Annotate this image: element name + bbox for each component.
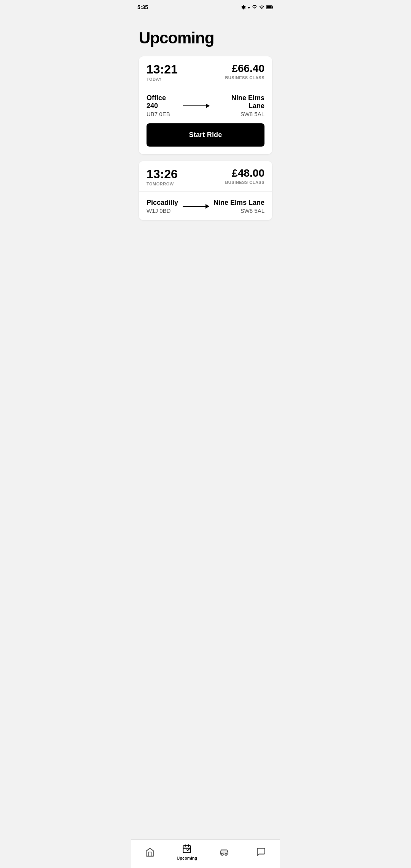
main-content: Upcoming 13:21 TODAY £66.40 BUSINESS CLA…: [131, 14, 280, 868]
destination-postcode-1: SW8 5AL: [213, 111, 264, 117]
ride-class-1: BUSINESS CLASS: [225, 75, 264, 80]
upcoming-icon: [182, 844, 192, 854]
ride-time-1: 13:21: [147, 63, 178, 75]
origin-name-2: Piccadilly: [147, 199, 178, 207]
ride-date-2: TOMORROW: [147, 182, 178, 186]
route-destination-1: Nine Elms Lane SW8 5AL: [213, 94, 264, 117]
ride-time-2: 13:26: [147, 168, 178, 180]
card-route-2: Piccadilly W1J 0BD Nine Elms Lane SW8 5A…: [139, 192, 272, 220]
car-icon: [219, 847, 229, 857]
card-header-1: 13:21 TODAY £66.40 BUSINESS CLASS: [139, 56, 272, 87]
origin-postcode-2: W1J 0BD: [147, 207, 178, 214]
signal-icon: [259, 5, 264, 10]
page-title: Upcoming: [139, 29, 272, 47]
status-icons: ●: [241, 5, 274, 10]
origin-name-1: Office 240: [147, 94, 179, 110]
route-arrow-2: [178, 204, 213, 209]
nav-item-home[interactable]: [139, 847, 161, 857]
route-destination-2: Nine Elms Lane SW8 5AL: [213, 199, 264, 214]
arrow-line-2: [183, 204, 209, 209]
ride-price-2: £48.00: [225, 168, 264, 179]
start-ride-button[interactable]: Start Ride: [147, 123, 264, 147]
ride-time-block-1: 13:21 TODAY: [147, 63, 178, 81]
nav-item-rides[interactable]: [213, 847, 236, 857]
nav-item-upcoming[interactable]: Upcoming: [175, 844, 198, 860]
ride-time-block-2: 13:26 TOMORROW: [147, 168, 178, 186]
ride-date-1: TODAY: [147, 77, 178, 81]
card-header-2: 13:26 TOMORROW £48.00 BUSINESS CLASS: [139, 161, 272, 192]
route-origin-1: Office 240 UB7 0EB: [147, 94, 179, 117]
settings-icon: [241, 5, 246, 10]
origin-postcode-1: UB7 0EB: [147, 111, 179, 117]
ride-class-2: BUSINESS CLASS: [225, 180, 264, 185]
ride-price-1: £66.40: [225, 63, 264, 74]
arrow-line-1: [183, 104, 210, 108]
nav-label-upcoming: Upcoming: [177, 856, 197, 860]
destination-name-1: Nine Elms Lane: [213, 94, 264, 110]
wifi-icon: [252, 5, 258, 10]
bottom-nav: Upcoming: [131, 839, 280, 868]
ride-price-block-1: £66.40 BUSINESS CLASS: [225, 63, 264, 80]
status-time: 5:35: [137, 4, 148, 10]
svg-rect-3: [266, 6, 271, 8]
nav-item-messages[interactable]: [250, 847, 272, 857]
ride-card-1: 13:21 TODAY £66.40 BUSINESS CLASS Office…: [139, 56, 272, 154]
route-origin-2: Piccadilly W1J 0BD: [147, 199, 178, 214]
destination-postcode-2: SW8 5AL: [213, 207, 264, 214]
svg-point-8: [221, 853, 223, 855]
battery-icon: [266, 5, 274, 10]
svg-point-9: [225, 853, 227, 855]
home-icon: [145, 847, 155, 857]
dot-icon: ●: [248, 5, 250, 10]
route-arrow-1: [179, 104, 213, 108]
ride-card-2: 13:26 TOMORROW £48.00 BUSINESS CLASS Pic…: [139, 161, 272, 220]
svg-rect-2: [272, 6, 273, 8]
status-bar: 5:35 ●: [131, 0, 280, 14]
ride-price-block-2: £48.00 BUSINESS CLASS: [225, 168, 264, 185]
messages-icon: [256, 847, 266, 857]
destination-name-2: Nine Elms Lane: [213, 199, 264, 207]
card-route-1: Office 240 UB7 0EB Nine Elms Lane SW8 5A…: [139, 87, 272, 123]
